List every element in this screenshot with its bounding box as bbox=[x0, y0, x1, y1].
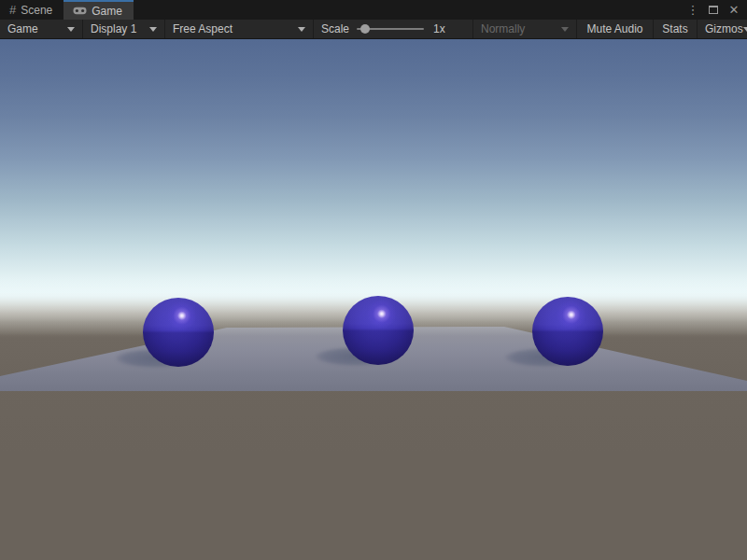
scale-value: 1x bbox=[433, 22, 445, 35]
tab-bar: # Scene Game ⋮ ✕ bbox=[0, 0, 747, 20]
mute-audio-button[interactable]: Mute Audio bbox=[577, 20, 654, 38]
aspect-ratio-dropdown[interactable]: Free Aspect bbox=[165, 20, 314, 38]
close-icon[interactable]: ✕ bbox=[726, 3, 741, 18]
maximize-icon[interactable] bbox=[706, 3, 721, 18]
gizmos-label: Gizmos bbox=[705, 22, 743, 35]
chevron-down-icon bbox=[743, 27, 747, 32]
blue-sphere-1 bbox=[143, 298, 214, 367]
window-controls: ⋮ ✕ bbox=[685, 0, 747, 20]
scale-control: Scale 1x bbox=[314, 20, 454, 38]
blue-sphere-3 bbox=[532, 297, 603, 366]
scale-slider[interactable] bbox=[357, 22, 424, 35]
display-label: Display 1 bbox=[91, 22, 136, 35]
blue-sphere-2 bbox=[343, 296, 414, 365]
maximize-box-glyph bbox=[709, 6, 718, 14]
scale-label: Scale bbox=[321, 22, 349, 35]
stats-label: Stats bbox=[662, 22, 687, 35]
play-mode-dropdown: Normally bbox=[472, 20, 577, 38]
chevron-down-icon bbox=[561, 27, 569, 32]
tab-scene[interactable]: # Scene bbox=[0, 0, 63, 20]
unity-game-window: # Scene Game ⋮ ✕ Game Display 1 bbox=[0, 0, 747, 560]
stats-button[interactable]: Stats bbox=[654, 20, 698, 38]
chevron-down-icon bbox=[149, 27, 157, 32]
toolbar-right-cluster: Normally Mute Audio Stats Gizmos bbox=[472, 20, 747, 38]
game-view-toolbar: Game Display 1 Free Aspect Scale 1x Norm… bbox=[0, 20, 747, 39]
chevron-down-icon bbox=[67, 27, 75, 32]
game-popup-label: Game bbox=[7, 22, 38, 35]
game-render-viewport[interactable] bbox=[0, 39, 747, 560]
tab-scene-label: Scene bbox=[21, 4, 52, 17]
tab-game-label: Game bbox=[92, 5, 122, 18]
gamepad-icon bbox=[73, 7, 87, 15]
display-dropdown[interactable]: Display 1 bbox=[83, 20, 165, 38]
window-menu-icon[interactable]: ⋮ bbox=[685, 3, 700, 18]
game-popup-dropdown[interactable]: Game bbox=[0, 20, 83, 38]
tab-game[interactable]: Game bbox=[63, 0, 134, 20]
grid-icon: # bbox=[9, 4, 16, 16]
mute-audio-label: Mute Audio bbox=[586, 22, 642, 35]
play-mode-label: Normally bbox=[481, 22, 525, 35]
gizmos-dropdown[interactable]: Gizmos bbox=[698, 20, 747, 38]
aspect-label: Free Aspect bbox=[173, 22, 233, 35]
chevron-down-icon bbox=[298, 27, 305, 32]
skybox-gradient bbox=[0, 39, 747, 301]
scale-slider-knob[interactable] bbox=[360, 24, 370, 34]
